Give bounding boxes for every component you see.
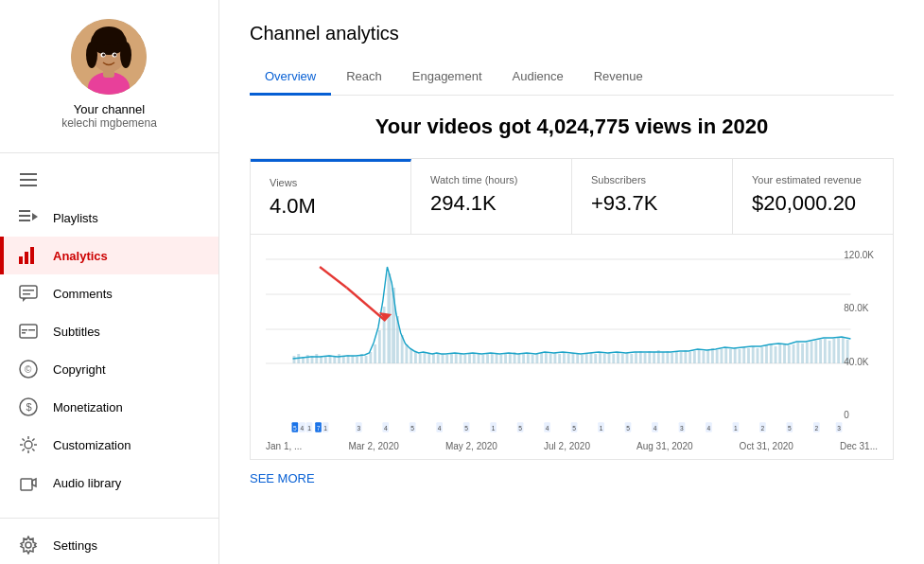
svg-point-6 xyxy=(120,42,131,68)
svg-rect-49 xyxy=(293,356,296,363)
svg-rect-90 xyxy=(478,354,480,363)
svg-rect-103 xyxy=(535,354,538,363)
analytics-label: Analytics xyxy=(53,249,108,263)
svg-rect-108 xyxy=(558,354,561,363)
svg-rect-160 xyxy=(793,344,795,363)
svg-rect-93 xyxy=(491,353,494,363)
svg-rect-154 xyxy=(765,345,768,363)
svg-rect-94 xyxy=(496,354,498,363)
svg-rect-111 xyxy=(572,353,575,363)
svg-rect-97 xyxy=(509,353,512,363)
svg-text:$: $ xyxy=(26,401,32,413)
see-more-button[interactable]: SEE MORE xyxy=(250,471,894,485)
x-label-mar: Mar 2, 2020 xyxy=(348,441,398,451)
svg-rect-167 xyxy=(824,339,827,363)
svg-rect-143 xyxy=(716,350,719,363)
tab-audience[interactable]: Audience xyxy=(497,60,579,96)
svg-rect-99 xyxy=(517,354,520,363)
metric-card-views[interactable]: Views 4.0M xyxy=(251,159,411,234)
sidebar-item-audio-library[interactable]: Audio library xyxy=(0,464,218,502)
y-label-120k: 120.0K xyxy=(844,250,874,260)
svg-point-7 xyxy=(94,26,124,45)
svg-rect-84 xyxy=(450,354,453,363)
analytics-icon xyxy=(19,246,38,265)
sidebar-item-copyright[interactable]: © Copyright xyxy=(0,350,218,388)
sidebar-item-settings[interactable]: Settings xyxy=(0,526,218,564)
svg-rect-87 xyxy=(463,355,466,363)
svg-rect-161 xyxy=(796,343,799,363)
svg-text:1: 1 xyxy=(492,425,496,432)
svg-rect-146 xyxy=(729,349,732,363)
sidebar-divider xyxy=(0,152,218,153)
svg-text:1: 1 xyxy=(307,425,311,432)
analytics-tabs: Overview Reach Engagement Audience Reven… xyxy=(250,60,894,96)
svg-rect-24 xyxy=(23,290,34,291)
svg-rect-125 xyxy=(635,352,637,363)
tab-revenue[interactable]: Revenue xyxy=(579,60,658,96)
svg-rect-121 xyxy=(617,352,619,363)
svg-point-11 xyxy=(113,54,116,57)
tab-reach[interactable]: Reach xyxy=(331,60,397,96)
metric-cards: Views 4.0M Watch time (hours) 294.1K Sub… xyxy=(250,158,894,235)
svg-rect-150 xyxy=(747,348,750,363)
playlists-label: Playlists xyxy=(53,211,98,225)
svg-rect-164 xyxy=(811,342,813,363)
svg-text:4: 4 xyxy=(707,425,711,432)
svg-rect-116 xyxy=(594,354,597,363)
svg-text:5: 5 xyxy=(626,425,630,432)
svg-text:4: 4 xyxy=(384,425,388,432)
svg-rect-124 xyxy=(630,354,633,363)
svg-rect-133 xyxy=(671,353,673,363)
svg-rect-165 xyxy=(814,341,817,363)
svg-rect-117 xyxy=(599,352,601,363)
svg-line-173 xyxy=(347,288,386,321)
svg-rect-115 xyxy=(590,353,593,363)
metric-card-subscribers[interactable]: Subscribers +93.7K xyxy=(572,159,733,234)
svg-rect-62 xyxy=(351,356,354,363)
tab-engagement[interactable]: Engagement xyxy=(397,60,497,96)
tab-overview[interactable]: Overview xyxy=(250,60,331,96)
svg-text:4: 4 xyxy=(654,425,657,432)
svg-rect-26 xyxy=(20,325,37,338)
x-label-aug: Aug 31, 2020 xyxy=(636,441,693,451)
metric-card-revenue[interactable]: Your estimated revenue $20,000.20 xyxy=(733,159,893,234)
svg-rect-100 xyxy=(522,353,525,363)
sidebar-item-comments[interactable]: Comments xyxy=(0,274,218,312)
svg-rect-52 xyxy=(306,355,309,363)
sidebar-item-customization[interactable]: Customization xyxy=(0,426,218,464)
summary-headline: Your videos got 4,024,775 views in 2020 xyxy=(250,115,894,139)
svg-rect-21 xyxy=(30,247,34,264)
svg-rect-80 xyxy=(432,354,435,363)
hamburger-icon xyxy=(19,170,38,189)
svg-rect-54 xyxy=(315,354,318,363)
svg-rect-14 xyxy=(20,185,37,186)
sidebar-item-monetization[interactable]: $ Monetization xyxy=(0,388,218,426)
svg-rect-147 xyxy=(734,348,737,363)
svg-rect-126 xyxy=(639,351,642,363)
sidebar-item-subtitles[interactable]: Subtitles xyxy=(0,312,218,350)
sidebar-item-analytics[interactable]: Analytics xyxy=(0,237,218,274)
svg-rect-166 xyxy=(819,340,822,363)
copyright-icon: © xyxy=(19,360,38,379)
svg-rect-79 xyxy=(427,353,430,363)
metric-value-views: 4.0M xyxy=(270,194,392,219)
svg-rect-105 xyxy=(545,352,548,363)
svg-text:4: 4 xyxy=(301,425,305,432)
sidebar-item-playlists[interactable]: Playlists xyxy=(0,199,218,237)
svg-rect-101 xyxy=(527,354,530,363)
chart-wrapper: 120.0K 80.0K 40.0K 0 xyxy=(266,250,878,420)
svg-rect-141 xyxy=(706,350,709,363)
svg-line-42 xyxy=(23,449,25,450)
chart-y-labels: 120.0K 80.0K 40.0K 0 xyxy=(840,250,878,420)
svg-rect-88 xyxy=(468,354,471,363)
sidebar-item-menu[interactable] xyxy=(0,161,218,199)
svg-rect-113 xyxy=(581,355,584,363)
svg-rect-68 xyxy=(378,330,381,363)
channel-name: Your channel xyxy=(74,102,145,116)
svg-rect-92 xyxy=(486,354,489,363)
svg-rect-104 xyxy=(540,353,543,363)
metric-card-watchtime[interactable]: Watch time (hours) 294.1K xyxy=(411,159,572,234)
svg-rect-155 xyxy=(770,344,773,363)
svg-text:2: 2 xyxy=(815,425,819,432)
svg-text:5: 5 xyxy=(410,425,414,432)
